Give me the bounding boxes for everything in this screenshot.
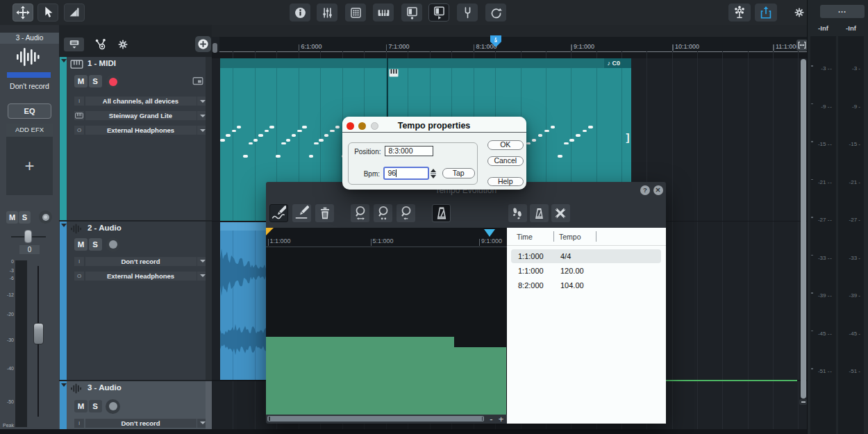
track-resize-gutter[interactable] [206, 222, 212, 381]
cross-tool-button[interactable] [551, 204, 570, 222]
help-icon[interactable]: ? [640, 185, 650, 195]
track-color-strip[interactable] [60, 381, 67, 434]
midi-note[interactable] [253, 139, 258, 142]
scrollbar-minus-button[interactable] [799, 399, 807, 405]
midi-note[interactable] [220, 139, 225, 142]
midi-note[interactable] [269, 126, 274, 128]
midi-note[interactable] [297, 130, 302, 133]
pan-value[interactable]: 0 [19, 245, 40, 254]
midi-note[interactable] [526, 142, 531, 145]
column-time[interactable]: Time [517, 233, 533, 241]
midi-note[interactable] [258, 134, 263, 137]
share-button[interactable] [755, 3, 777, 22]
track-solo-button[interactable]: S [89, 238, 102, 251]
eq-button[interactable]: EQ [8, 103, 51, 119]
track-resize-gutter[interactable] [206, 381, 212, 434]
track-dropdown[interactable]: I Don't record [74, 419, 208, 428]
midi-note[interactable] [335, 126, 340, 128]
track-record-button[interactable] [106, 74, 120, 89]
tempo-table-row[interactable]: 1:1:000 4/4 [511, 249, 661, 263]
mixer-button[interactable] [317, 3, 337, 22]
track-dropdown[interactable]: I Don't record [74, 257, 208, 266]
close-icon[interactable]: ✕ [653, 185, 663, 195]
window-meter-button[interactable] [401, 3, 422, 22]
ok-button[interactable]: OK [487, 140, 524, 150]
cancel-button[interactable]: Cancel [487, 156, 524, 166]
draw-line-button[interactable] [292, 204, 311, 222]
tempo-graph-scrollbar[interactable] [267, 416, 484, 422]
add-effect-button[interactable]: + [6, 137, 53, 195]
track-settings-gear-icon[interactable] [117, 39, 128, 50]
tempo-table-row[interactable]: 8:2:000 104.00 [511, 278, 661, 292]
pad-grid-button[interactable] [345, 3, 366, 22]
zoom-back-button[interactable] [397, 204, 415, 222]
dropdown-value[interactable]: External Headphones [85, 272, 197, 281]
info-button[interactable] [290, 3, 310, 22]
midi-note[interactable] [538, 134, 543, 137]
master-solo-button[interactable]: S [19, 211, 31, 224]
midi-note[interactable] [314, 142, 319, 145]
tempo-position-marker[interactable] [484, 229, 495, 237]
midi-note[interactable] [232, 130, 237, 133]
level-bar[interactable] [7, 72, 51, 78]
vertical-scrollbar[interactable] [801, 59, 807, 399]
pan-slider-handle[interactable] [24, 230, 32, 243]
tempo-graph[interactable] [266, 247, 507, 415]
midi-note[interactable] [302, 126, 307, 128]
loop-start-marker[interactable] [266, 228, 274, 235]
midi-note[interactable] [281, 142, 286, 145]
track-name[interactable]: 3 - Audio [87, 383, 122, 392]
track-name[interactable]: 2 - Audio [87, 224, 122, 232]
sync-loop-button[interactable] [485, 3, 506, 22]
plugin-tree-button[interactable] [728, 3, 751, 22]
draw-curve-button[interactable] [269, 204, 288, 222]
midi-note[interactable] [576, 134, 581, 137]
track-row-1-midi[interactable]: 1 - MIDI M S I All channels, all devices… [59, 57, 212, 220]
delete-trash-button[interactable] [315, 204, 334, 222]
fit-timeline-icon[interactable] [796, 40, 808, 51]
midi-note[interactable] [226, 134, 231, 137]
midi-note[interactable] [286, 139, 291, 142]
dropdown-value[interactable]: External Headphones [85, 126, 197, 135]
piano-keyboard-button[interactable] [373, 3, 394, 22]
midi-note[interactable] [249, 142, 253, 145]
midi-note[interactable] [309, 155, 314, 158]
track-solo-button[interactable]: S [89, 400, 102, 412]
midi-note[interactable] [588, 126, 593, 128]
track-collapse-triangle[interactable] [61, 59, 67, 62]
zoom-width-button[interactable] [351, 204, 369, 222]
track-resize-gutter[interactable] [206, 57, 212, 220]
midi-note[interactable] [243, 155, 248, 158]
tuning-fork-button[interactable] [457, 3, 478, 22]
track-mute-button[interactable]: M [74, 75, 87, 87]
metronome-small-button[interactable] [530, 204, 549, 222]
midi-note[interactable] [330, 130, 335, 133]
select-tool-button[interactable] [37, 3, 58, 22]
track-row-3-audio[interactable]: 3 - Audio M S I Don't record [59, 381, 212, 434]
tempo-table-row[interactable]: 1:1:000 120.00 [511, 264, 661, 278]
tap-button[interactable]: Tap [442, 168, 475, 179]
position-input[interactable]: 8:3:000 [385, 146, 434, 156]
track-dropdown[interactable]: O External Headphones [74, 272, 208, 281]
help-button[interactable]: Help [487, 177, 524, 187]
column-tempo[interactable]: Tempo [559, 233, 581, 241]
midi-note[interactable] [237, 126, 242, 128]
bpm-spinner[interactable] [431, 169, 436, 179]
footsteps-button[interactable] [508, 204, 527, 222]
collapse-tracks-button[interactable] [64, 37, 84, 51]
track-solo-button[interactable]: S [89, 75, 102, 87]
pip-icon[interactable] [190, 74, 206, 87]
midi-note[interactable] [551, 126, 556, 128]
zoom-points-button[interactable] [374, 204, 392, 222]
dropdown-value[interactable]: Don't record [85, 419, 197, 428]
settings-gear-icon[interactable] [794, 7, 805, 18]
tempo-graph-ruler[interactable]: 1:1:000 5:1:000 9:1:000 [266, 228, 507, 247]
midi-note[interactable] [319, 139, 324, 142]
fade-tool-button[interactable] [64, 3, 85, 22]
track-mute-button[interactable]: M [74, 238, 87, 251]
midi-note[interactable] [569, 139, 574, 142]
move-tool-button[interactable] [12, 3, 33, 22]
midi-note[interactable] [532, 139, 537, 142]
track-mute-button[interactable]: M [74, 400, 87, 412]
midi-note[interactable] [324, 134, 329, 137]
